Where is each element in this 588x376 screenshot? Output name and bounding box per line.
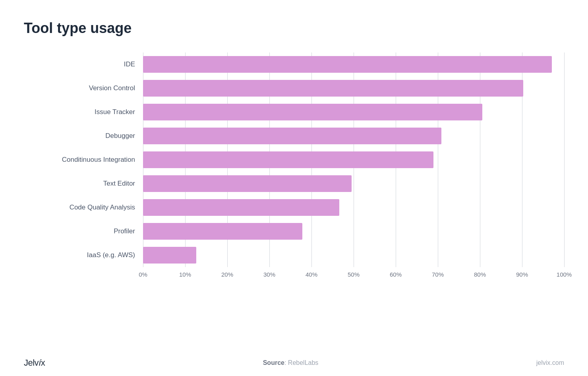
brand-italic: í bbox=[39, 358, 41, 368]
bar-row bbox=[143, 243, 564, 267]
y-label: Debugger bbox=[24, 124, 135, 148]
chart-title: Tool type usage bbox=[24, 20, 564, 37]
bar-row bbox=[143, 100, 564, 124]
bar bbox=[143, 104, 482, 120]
bar-row bbox=[143, 124, 564, 148]
chart-inner: IDEVersion ControlIssue TrackerDebuggerC… bbox=[24, 52, 564, 267]
bar bbox=[143, 128, 441, 144]
chart-container: Tool type usage IDEVersion ControlIssue … bbox=[0, 0, 588, 299]
x-axis-label: 40% bbox=[306, 271, 317, 278]
bar-row bbox=[143, 148, 564, 172]
bar bbox=[143, 151, 433, 168]
x-axis-label: 10% bbox=[179, 271, 191, 278]
x-axis-label: 60% bbox=[390, 271, 402, 278]
bar-row bbox=[143, 76, 564, 100]
source-label: Source bbox=[263, 359, 284, 366]
x-axis-label: 90% bbox=[516, 271, 528, 278]
bar bbox=[143, 80, 523, 97]
source-value: RebelLabs bbox=[288, 359, 319, 366]
y-label: Code Quality Analysis bbox=[24, 196, 135, 219]
y-label: Version Control bbox=[24, 76, 135, 100]
bar bbox=[143, 199, 339, 216]
y-label: Profiler bbox=[24, 219, 135, 243]
bar bbox=[143, 56, 552, 73]
bar bbox=[143, 175, 352, 192]
bar-row bbox=[143, 172, 564, 196]
y-labels: IDEVersion ControlIssue TrackerDebuggerC… bbox=[24, 52, 143, 267]
x-axis-label: 70% bbox=[432, 271, 444, 278]
x-axis-label: 100% bbox=[557, 271, 572, 278]
bar-row bbox=[143, 52, 564, 76]
y-label: Conditinuous Integration bbox=[24, 148, 135, 172]
bars-wrapper bbox=[143, 52, 564, 267]
bar bbox=[143, 223, 302, 240]
brand: Jelvíx bbox=[24, 358, 45, 368]
x-axis-label: 80% bbox=[474, 271, 486, 278]
x-axis-label: 0% bbox=[139, 271, 147, 278]
bar bbox=[143, 247, 196, 264]
x-axis-label: 50% bbox=[348, 271, 360, 278]
y-label: IaaS (e.g. AWS) bbox=[24, 243, 135, 267]
source-credit: Source: RebelLabs bbox=[263, 359, 319, 366]
x-axis: 0%10%20%30%40%50%60%70%80%90%100% bbox=[143, 271, 564, 283]
y-label: Text Editor bbox=[24, 172, 135, 196]
footer: Jelvíx Source: RebelLabs jelvix.com bbox=[24, 358, 564, 368]
y-label: Issue Tracker bbox=[24, 100, 135, 124]
y-label: IDE bbox=[24, 52, 135, 76]
footer-url: jelvix.com bbox=[536, 359, 564, 366]
grid-line bbox=[564, 52, 565, 267]
bar-row bbox=[143, 219, 564, 243]
x-axis-label: 20% bbox=[221, 271, 233, 278]
bar-row bbox=[143, 196, 564, 219]
bars-section bbox=[143, 52, 564, 267]
x-axis-label: 30% bbox=[263, 271, 275, 278]
